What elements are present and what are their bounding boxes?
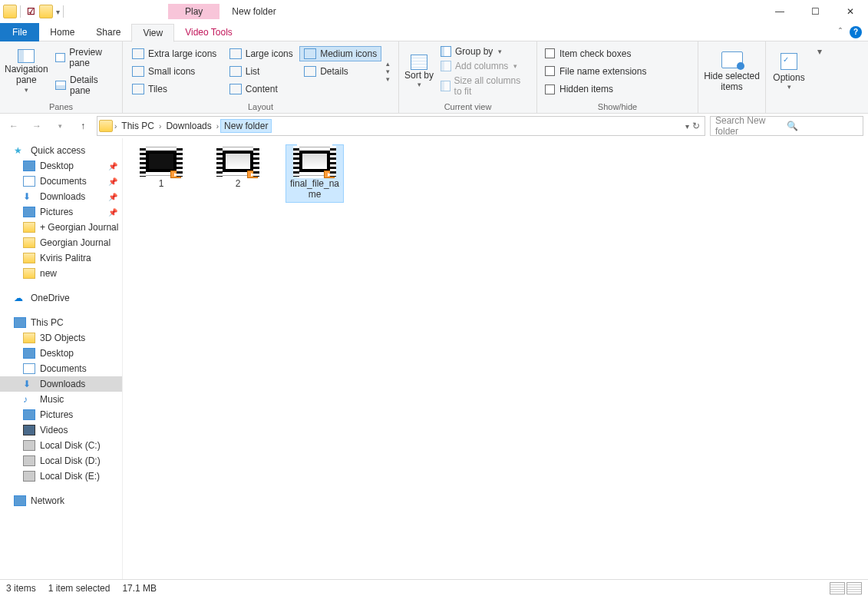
tree-label: This PC [31,317,64,328]
qa-chevron-icon[interactable]: ▾ [56,8,60,16]
back-button[interactable]: ← [5,117,23,135]
tree-videos[interactable]: Videos [0,422,122,438]
hidden-items-checkbox[interactable]: Hidden items [545,84,693,94]
breadcrumb-sep[interactable]: › [216,122,219,131]
extra-large-icons-button[interactable]: Extra large icons [127,46,225,61]
content-button[interactable]: Content [225,81,299,97]
size-columns-button[interactable]: Size all columns to fit [439,74,532,98]
list-button[interactable]: List [225,64,299,79]
menu-home[interactable]: Home [39,23,85,41]
add-columns-button[interactable]: Add columns▾ [439,60,532,72]
layout-spinner[interactable]: ▴▾▾ [381,45,394,98]
up-button[interactable]: ↑ [74,117,92,135]
address-dropdown-icon[interactable]: ▾ [685,122,689,131]
hide-selected-button[interactable]: Hide selected items [703,45,761,98]
tree-pictures[interactable]: Pictures📌 [0,204,122,220]
forward-button[interactable]: → [28,117,46,135]
new-folder-icon[interactable] [39,5,53,18]
large-icons-view-icon[interactable] [847,582,862,594]
show-hide-group-label: Show/hide [542,101,693,111]
minimize-button[interactable]: — [762,0,797,23]
menu-view[interactable]: View [131,24,174,42]
menu-right: ˆ ? [839,26,868,38]
large-icons-button[interactable]: Large icons [225,46,299,61]
pin-icon: 📌 [108,193,117,201]
tree-documents[interactable]: Documents📌 [0,174,122,189]
tree-onedrive[interactable]: ☁OneDrive [0,290,122,306]
tree-3d-objects[interactable]: 3D Objects [0,330,122,346]
item-check-boxes-checkbox[interactable]: Item check boxes [545,48,693,59]
tree-georgian-journal-plus[interactable]: + Georgian Journal [0,220,122,235]
navigation-pane-icon [18,49,35,63]
ribbon-overflow[interactable]: ▾ [812,41,827,113]
preview-pane-button[interactable]: Preview pane [53,45,117,70]
refresh-icon[interactable]: ↻ [692,121,700,131]
tree-disk-c[interactable]: Local Disk (C:) [0,438,122,453]
pin-icon: 📌 [108,162,117,171]
medium-icons-button[interactable]: Medium icons [299,46,381,61]
menu-share[interactable]: Share [85,23,131,41]
tree-downloads-pc[interactable]: Downloads [0,376,122,392]
details-view-icon[interactable] [830,582,845,594]
navigation-pane-button[interactable]: Navigation pane ▾ [5,45,48,98]
group-by-button[interactable]: Group by▾ [439,45,532,58]
tree-georgian-journal[interactable]: Georgian Journal [0,235,122,250]
downloads-icon [23,379,35,389]
properties-icon[interactable]: ☑ [24,5,38,18]
help-icon[interactable]: ? [850,26,862,38]
breadcrumb-downloads[interactable]: Downloads [163,119,214,133]
details-view-button[interactable]: Details [299,64,381,79]
tree-downloads-qa[interactable]: Downloads📌 [0,189,122,204]
file-list[interactable]: ▶ 1 ▶ 2 ▶ final_file_name [123,138,868,584]
breadcrumb-sep[interactable]: › [114,122,117,131]
tree-music[interactable]: Music [0,392,122,407]
sizecol-icon [441,81,451,91]
tree-label: Kviris Palitra [40,253,91,263]
tree-documents-pc[interactable]: Documents [0,361,122,376]
file-item-final[interactable]: ▶ final_file_name [285,144,344,203]
ribbon-group-current-view: Sort by ▾ Group by▾ Add columns▾ Size al… [399,41,537,113]
file-extensions-checkbox[interactable]: File name extensions [545,66,693,77]
hide-label: Hide selected items [703,71,761,92]
tree-network[interactable]: Network [0,493,122,508]
navigation-tree[interactable]: ★Quick access Desktop📌 Documents📌 Downlo… [0,138,123,584]
breadcrumb-current[interactable]: New folder [220,119,272,133]
group-label: Group by [455,46,493,57]
desktop-icon [23,348,35,359]
breadcrumb-sep[interactable]: › [159,122,161,131]
video-thumbnail-icon: ▶ [296,147,333,175]
tree-disk-e[interactable]: Local Disk (E:) [0,469,122,484]
tree-label: Videos [40,425,68,435]
breadcrumb-bar[interactable]: › This PC › Downloads › New folder ▾ ↻ [97,116,705,136]
tree-label: Local Disk (D:) [40,455,101,466]
status-item-count: 3 items [6,583,36,594]
file-item-1[interactable]: ▶ 1 [132,144,190,192]
file-item-2[interactable]: ▶ 2 [209,144,267,192]
details-pane-button[interactable]: Details pane [53,73,117,98]
collapse-ribbon-icon[interactable]: ˆ [839,27,842,38]
tree-disk-d[interactable]: Local Disk (D:) [0,453,122,469]
menu-video-tools[interactable]: Video Tools [174,23,243,41]
folder-icon [23,253,35,263]
tiles-icon [132,84,144,94]
tree-quick-access[interactable]: ★Quick access [0,143,122,158]
tree-kviris-palitra[interactable]: Kviris Palitra [0,250,122,266]
recent-locations-button[interactable]: ▾ [51,117,69,135]
small-icons-button[interactable]: Small icons [127,64,225,79]
sort-by-button[interactable]: Sort by ▾ [404,45,434,98]
close-button[interactable]: ✕ [833,0,868,23]
breadcrumb-this-pc[interactable]: This PC [118,119,157,133]
tree-pictures-pc[interactable]: Pictures [0,407,122,422]
search-input[interactable]: Search New folder 🔍 [710,116,863,136]
tiles-button[interactable]: Tiles [127,81,225,97]
options-button[interactable]: Options ▾ [771,45,807,98]
tree-desktop[interactable]: Desktop📌 [0,158,122,174]
maximize-button[interactable]: ☐ [797,0,833,23]
disk-icon [23,455,35,466]
contextual-play-tab[interactable]: Play [168,4,219,19]
app-folder-icon[interactable] [3,5,17,18]
tree-desktop-pc[interactable]: Desktop [0,346,122,361]
menu-file[interactable]: File [0,23,39,41]
tree-this-pc[interactable]: This PC [0,315,122,330]
tree-new[interactable]: new [0,266,122,281]
